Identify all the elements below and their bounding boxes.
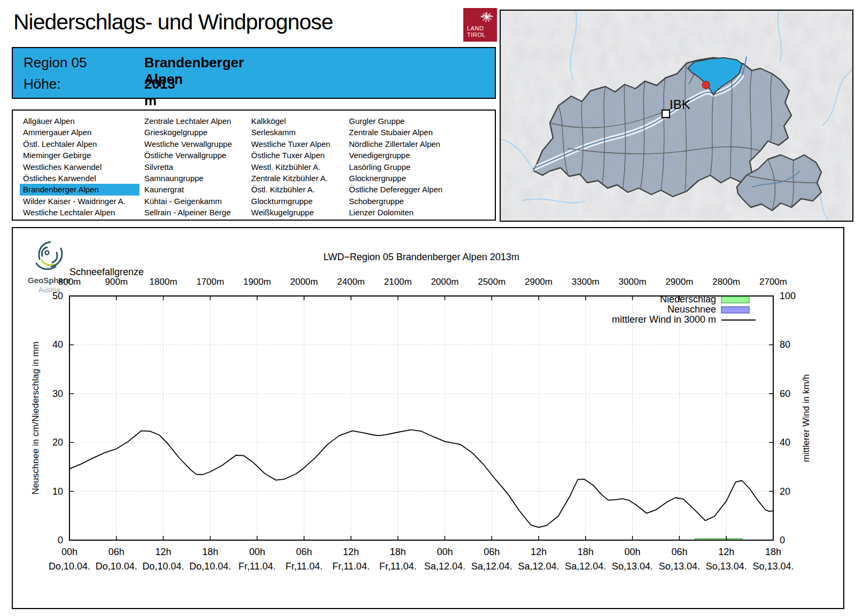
page-title: Niederschlags- und Windprognose	[13, 10, 333, 35]
region-list-item[interactable]: Zentrale Lechtaler Alpen	[141, 115, 261, 127]
x-time-label: 18h	[202, 547, 218, 557]
legend-label: mittlerer Wind in 3000 m	[612, 314, 716, 325]
region-list-item[interactable]: Östliches Karwendel	[20, 173, 139, 184]
land-tirol-logo-text: LAND TIROL	[467, 25, 486, 38]
region-list-column: Gurgler GruppeZentrale Stubaier AlpenNör…	[346, 115, 465, 219]
snowline-value: 800m	[58, 277, 81, 287]
y-axis-label-right: mittlerer Wind in km/h	[801, 374, 811, 462]
region-list-item[interactable]: Östliche Verwallgruppe	[141, 150, 261, 161]
snowline-value: 1800m	[150, 277, 177, 287]
snowline-value: 3300m	[572, 277, 600, 287]
x-date-label: So,13.04.	[752, 561, 794, 572]
region-list-item[interactable]: Glocknergruppe	[346, 173, 465, 184]
region-list-item[interactable]: Kühtai - Geigenkamm	[141, 196, 261, 207]
x-time-label: 12h	[156, 547, 172, 557]
x-date-label: Fr,11.04.	[285, 561, 323, 572]
snowline-value: 2400m	[337, 277, 365, 287]
plot-frame	[69, 296, 773, 540]
x-date-label: Do,10.04.	[49, 561, 90, 572]
y-tick-label-left: 20	[52, 437, 63, 448]
region-list-item[interactable]: Östliche Deferegger Alpen	[346, 184, 465, 195]
region-list-item[interactable]: Sellrain - Alpeiner Berge	[141, 207, 261, 218]
region-list-item[interactable]: Wilder Kaiser - Waidringer A.	[20, 196, 139, 207]
x-date-label: So,13.04.	[706, 561, 747, 572]
x-time-label: 00h	[249, 547, 265, 557]
region-list-item[interactable]: Gurgler Gruppe	[346, 115, 465, 127]
x-time-label: 00h	[437, 547, 453, 557]
x-time-label: 18h	[390, 547, 406, 557]
region-list-item[interactable]: Samnaungruppe	[141, 173, 261, 184]
y-tick-label-left: 40	[52, 339, 63, 350]
x-time-label: 12h	[531, 547, 547, 557]
x-date-label: Do,10.04.	[96, 561, 137, 572]
x-date-label: So,13.04.	[659, 561, 700, 572]
x-time-label: 06h	[108, 547, 125, 557]
region-list-item[interactable]: Grieskogelgruppe	[141, 127, 261, 138]
region-list-item[interactable]: Zentrale Stubaier Alpen	[346, 127, 465, 138]
forecast-chart: GeoSphere Austria LWD−Region 05 Brandenb…	[13, 228, 843, 608]
x-date-label: Do,10.04.	[143, 561, 184, 572]
y-tick-label-left: 10	[52, 486, 63, 497]
tirol-map[interactable]: IBK	[500, 10, 853, 222]
x-date-label: Sa,12.04.	[424, 561, 465, 572]
y-tick-label-right: 0	[780, 535, 785, 545]
region-list: Allgäuer AlpenAmmergauer AlpenÖstl. Lech…	[12, 110, 496, 221]
altitude-value: 2013 m	[144, 76, 175, 109]
region-list-item[interactable]: Östl. Lechtaler Alpen	[20, 138, 139, 150]
x-date-label: Sa,12.04.	[565, 561, 606, 572]
region-list-item[interactable]: Westliche Lechtaler Alpen	[20, 207, 139, 218]
snowline-value: 1700m	[196, 277, 224, 287]
region-list-item[interactable]: Silvretta	[141, 161, 261, 173]
x-time-label: 06h	[484, 547, 500, 557]
snowline-value: 2700m	[759, 277, 787, 287]
region-list-item[interactable]: Lasörling Gruppe	[346, 161, 465, 173]
x-time-label: 12h	[343, 547, 359, 557]
region-list-item[interactable]: Westliche Verwallgruppe	[141, 138, 261, 150]
snowline-value: 3000m	[619, 277, 647, 287]
region-list-item[interactable]: Westliches Karwendel	[20, 161, 139, 173]
map-ibk-marker	[662, 110, 670, 118]
snowline-value: 2100m	[384, 277, 412, 287]
x-time-label: 00h	[61, 547, 77, 557]
region-list-item[interactable]: Kaunergrat	[141, 184, 261, 195]
legend-label: Niederschlag	[660, 294, 716, 305]
x-date-label: Sa,12.04.	[518, 561, 559, 572]
x-date-label: Sa,12.04.	[471, 561, 512, 572]
region-number-label: Region 05	[24, 54, 87, 71]
legend-swatch-niederschlag	[721, 297, 749, 303]
y-tick-label-right: 60	[780, 388, 790, 399]
snowline-label: Schneefallgrenze	[69, 267, 144, 277]
y-axis-label-left: Neuschnee in cm/Niederschlag in mm	[30, 341, 41, 494]
legend-label: Neuschnee	[667, 304, 716, 315]
y-tick-label-right: 80	[780, 339, 790, 350]
y-tick-label-right: 100	[780, 291, 796, 301]
y-tick-label-left: 50	[52, 291, 63, 301]
forecast-chart-panel: GeoSphere Austria LWD−Region 05 Brandenb…	[12, 227, 844, 609]
snowline-value: 2000m	[290, 277, 318, 287]
region-list-item[interactable]: Nördliche Zillertaler Alpen	[346, 138, 465, 150]
region-list-item[interactable]: Ammergauer Alpen	[20, 127, 139, 138]
region-list-item-selected[interactable]: Brandenberger Alpen	[20, 184, 139, 195]
map-canvas[interactable]: IBK	[501, 11, 852, 221]
x-time-label: 18h	[765, 547, 781, 557]
land-tirol-logo: LAND TIROL	[463, 8, 497, 42]
snowline-value: 2900m	[525, 277, 553, 287]
x-time-label: 18h	[578, 547, 594, 557]
region-list-item[interactable]: Mieminger Gebirge	[20, 150, 139, 161]
x-time-label: 06h	[296, 547, 312, 557]
region-list-item[interactable]: Venedigergruppe	[346, 150, 465, 161]
x-date-label: Fr,11.04.	[379, 561, 417, 572]
x-time-label: 06h	[671, 547, 687, 557]
x-date-label: Fr,11.04.	[238, 561, 276, 572]
region-list-column: Zentrale Lechtaler AlpenGrieskogelgruppe…	[141, 115, 261, 219]
x-date-label: Fr,11.04.	[332, 561, 370, 572]
altitude-label: Höhe:	[24, 76, 60, 92]
x-date-label: Do,10.04.	[189, 561, 231, 572]
region-list-item[interactable]: Allgäuer Alpen	[20, 115, 139, 127]
y-tick-label-left: 0	[58, 535, 63, 545]
map-ibk-label: IBK	[670, 97, 690, 112]
x-date-label: So,13.04.	[612, 561, 653, 572]
region-list-item[interactable]: Lienzer Dolomiten	[346, 207, 465, 218]
wind-line	[69, 430, 773, 527]
region-list-item[interactable]: Schobergruppe	[346, 196, 465, 207]
